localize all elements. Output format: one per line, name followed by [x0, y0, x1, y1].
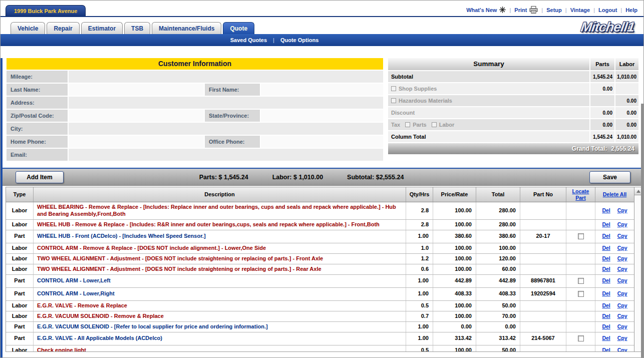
- locate-part-checkbox[interactable]: [578, 278, 584, 284]
- hazardous-materials-checkbox[interactable]: [391, 98, 396, 103]
- summary-row: Shop Supplies0.00: [388, 83, 638, 94]
- field-input-state-province[interactable]: [260, 110, 383, 122]
- del-link[interactable]: Del: [602, 221, 610, 228]
- header-link-help[interactable]: Help: [625, 7, 637, 13]
- save-button[interactable]: Save: [589, 171, 630, 183]
- printer-icon: [529, 6, 538, 14]
- quote-row: LaborTWO WHEEL ALIGNMENT - Adjustment - …: [6, 254, 634, 264]
- row-type: Part: [6, 332, 33, 345]
- row-price: 100.00: [433, 264, 476, 274]
- delete-all-link[interactable]: Delete All: [595, 187, 634, 202]
- sparkle-icon: [499, 7, 506, 13]
- subnav-saved-quotes[interactable]: Saved Quotes: [230, 37, 267, 43]
- row-total: 313.42: [476, 332, 520, 345]
- cpy-link[interactable]: Cpy: [617, 255, 627, 262]
- quote-row: PartCONTROL ARM - Lower,Left1.00442.8944…: [6, 275, 634, 288]
- summary-row: Subtotal1,545.241,010.00: [388, 71, 638, 82]
- cpy-link[interactable]: Cpy: [617, 313, 627, 319]
- row-qty: 1.00: [406, 322, 433, 332]
- row-part-no: 214-5067: [520, 332, 566, 345]
- field-input-first-name[interactable]: [260, 84, 383, 96]
- del-link[interactable]: Del: [602, 347, 610, 352]
- field-label-address: Address:: [7, 97, 68, 109]
- del-link[interactable]: Del: [602, 335, 610, 341]
- row-price: 100.00: [433, 243, 476, 253]
- row-total: 120.00: [476, 254, 520, 264]
- field-input-mileage[interactable]: [68, 71, 383, 83]
- cpy-link[interactable]: Cpy: [617, 245, 627, 251]
- shop-supplies-checkbox[interactable]: [391, 86, 396, 91]
- field-input-home-phone[interactable]: [68, 136, 204, 148]
- row-total: 280.00: [476, 202, 520, 219]
- field-input-office-phone[interactable]: [260, 136, 383, 148]
- field-input-last-name[interactable]: [68, 84, 204, 96]
- summary-row-label-cell: TaxPartsLabor: [388, 119, 589, 130]
- del-link[interactable]: Del: [602, 233, 610, 239]
- tax-parts-checkbox[interactable]: [405, 122, 410, 127]
- row-total: 50.00: [476, 345, 520, 352]
- cpy-link[interactable]: Cpy: [617, 335, 627, 341]
- vehicle-tab[interactable]: 1999 Buick Park Avenue: [6, 5, 86, 16]
- tax-labor-checkbox[interactable]: [432, 122, 437, 127]
- tab-quote[interactable]: Quote: [223, 22, 254, 34]
- quote-row: LaborCONTROL ARM - Remove & Replace - [D…: [6, 243, 634, 254]
- locate-part-checkbox[interactable]: [578, 233, 584, 239]
- field-input-email[interactable]: [68, 149, 383, 161]
- del-link[interactable]: Del: [602, 255, 610, 262]
- cpy-link[interactable]: Cpy: [617, 302, 627, 309]
- customer-info-row: Email:: [7, 149, 383, 161]
- row-locate-cell: [566, 288, 595, 300]
- header-link-what-s-new[interactable]: What's New: [466, 7, 497, 13]
- summary-row-label-cell: Column Total: [388, 131, 589, 142]
- field-input-address[interactable]: [68, 97, 383, 109]
- summary-parts-value: 1,545.24: [589, 131, 614, 142]
- locate-part-checkbox[interactable]: [578, 291, 584, 297]
- cpy-link[interactable]: Cpy: [617, 347, 627, 352]
- del-link[interactable]: Del: [602, 313, 610, 319]
- cpy-link[interactable]: Cpy: [617, 290, 627, 297]
- locate-part-checkbox[interactable]: [578, 335, 584, 341]
- locate-part-link[interactable]: Locate Part: [566, 187, 595, 202]
- tab-maintenance-fluids[interactable]: Maintenance/Fluids: [152, 22, 221, 34]
- row-price: 100.00: [433, 301, 476, 311]
- add-item-button[interactable]: Add Item: [16, 171, 64, 183]
- del-link[interactable]: Del: [602, 290, 610, 297]
- link-separator: |: [620, 7, 622, 13]
- row-part-no: [520, 264, 566, 274]
- cpy-link[interactable]: Cpy: [617, 323, 627, 330]
- row-type: Part: [6, 288, 33, 300]
- header-link-logout[interactable]: Logout: [598, 7, 617, 13]
- quote-row: LaborWHEEL BEARING - Remove & Replace - …: [6, 202, 634, 220]
- summary-labor-value: 1,010.00: [614, 131, 638, 142]
- tab-estimator[interactable]: Estimator: [81, 22, 123, 34]
- tab-repair[interactable]: Repair: [47, 22, 79, 34]
- summary-labor-value: 1,010.00: [614, 71, 638, 82]
- summary-parts-value: 0.00: [589, 119, 614, 130]
- tab-vehicle[interactable]: Vehicle: [11, 22, 45, 34]
- cpy-link[interactable]: Cpy: [617, 277, 627, 284]
- up-arrow-icon: [636, 190, 640, 193]
- field-input-zip-postal-code[interactable]: [68, 110, 204, 122]
- cpy-link[interactable]: Cpy: [617, 207, 627, 214]
- tab-tsb[interactable]: TSB: [124, 22, 150, 34]
- header-link-setup[interactable]: Setup: [546, 7, 562, 13]
- del-link[interactable]: Del: [602, 277, 610, 284]
- cpy-link[interactable]: Cpy: [617, 221, 627, 228]
- row-price: 313.42: [433, 332, 476, 345]
- cpy-link[interactable]: Cpy: [617, 266, 627, 272]
- header-link-vintage[interactable]: Vintage: [570, 7, 590, 13]
- del-link[interactable]: Del: [602, 302, 610, 309]
- del-link[interactable]: Del: [602, 245, 610, 251]
- field-input-city[interactable]: [68, 123, 383, 135]
- del-link[interactable]: Del: [602, 323, 610, 330]
- row-total: 280.00: [476, 220, 520, 230]
- del-link[interactable]: Del: [602, 266, 610, 272]
- row-actions: DelCpy: [595, 322, 634, 332]
- subnav-quote-options[interactable]: Quote Options: [280, 37, 318, 43]
- del-link[interactable]: Del: [602, 207, 610, 214]
- cpy-link[interactable]: Cpy: [617, 233, 627, 239]
- row-type: Labor: [6, 254, 33, 264]
- customer-info-row: Home Phone:Office Phone:: [7, 136, 383, 148]
- header-link-print[interactable]: Print: [514, 7, 527, 13]
- field-label-home-phone: Home Phone:: [7, 136, 68, 148]
